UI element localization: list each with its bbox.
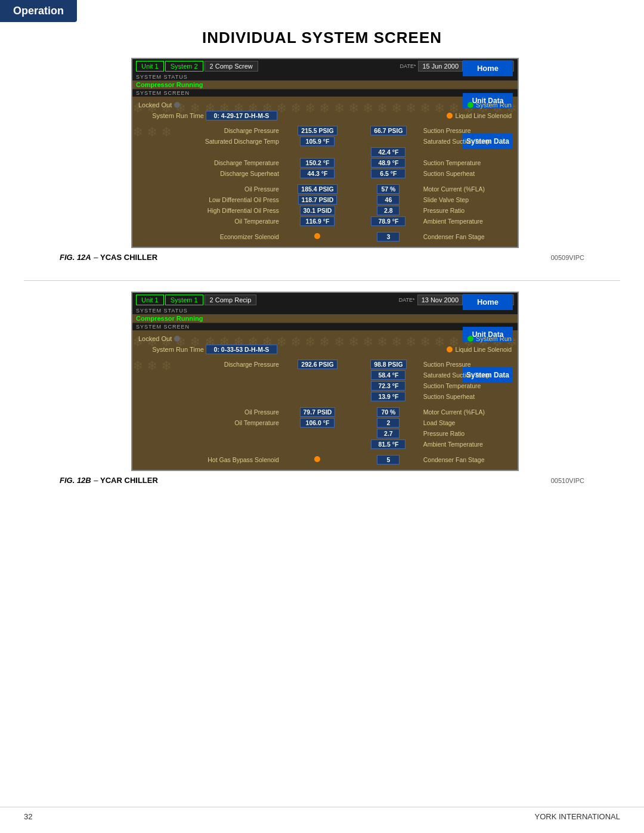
pressure-table-12a: Discharge Pressure 215.5 PSIG 66.7 PSIG …	[138, 125, 512, 179]
sat-discharge-label-12a: Saturated Discharge Temp	[138, 136, 280, 147]
system-screen-label-12b: SYSTEM SCREEN	[132, 323, 518, 330]
unit-label-12a[interactable]: Unit 1	[136, 61, 164, 72]
system-run-dot-12a	[467, 102, 473, 108]
screen-12b: Unit 1 System 1 2 Comp Recip DATE* 13 No…	[131, 292, 519, 471]
hot-gas-row-12b: Hot Gas Bypass Solenoid 5 Condenser Fan …	[138, 454, 512, 465]
suction-temp-label-12b: Suction Temperature	[422, 380, 512, 391]
oil-temp-label-12a: Oil Temperature	[138, 216, 280, 227]
fig-label-row-12a: FIG. 12A – YCAS CHILLER 00509VIPC	[60, 252, 584, 262]
oil-table-12b: Oil Pressure 79.7 PSID 70 % Motor Curren…	[138, 407, 512, 450]
system-label-12b[interactable]: System 1	[165, 295, 203, 305]
motor-current-val-12a: 57 %	[377, 184, 400, 194]
sat-suction-label-12b: Saturated Suction Temp	[422, 370, 512, 380]
comp-label-12a: 2 Comp Screw	[205, 61, 258, 72]
motor-current-val-12b: 70 %	[377, 407, 400, 417]
suction-superheat-label-12a: Suction Superheat	[422, 168, 512, 179]
hot-gas-label-12b: Hot Gas Bypass Solenoid	[138, 454, 280, 465]
runtime-value-12a: 0: 4-29-17 D-H-M-S	[206, 111, 277, 120]
home-button-12a[interactable]: Home	[463, 60, 513, 76]
liquid-solenoid-label-12b: Liquid Line Solenoid	[455, 346, 512, 353]
pressure-ratio-label-12a: Pressure Ratio	[422, 205, 512, 216]
discharge-superheat-val-12a: 44.3 °F	[300, 169, 335, 178]
page-number: 32	[24, 812, 32, 821]
slide-valve-label-12a: Slide Valve Step	[422, 194, 512, 205]
system-run-12a: System Run	[467, 101, 512, 109]
pressure-ratio-val-12b: 2.7	[377, 429, 400, 438]
pressure-ratio-val-12a: 2.8	[377, 206, 400, 215]
screen-main-12b: Locked Out System Run System Run Time 0:…	[132, 330, 518, 470]
condenser-fan-val-12b: 5	[377, 455, 400, 465]
economizer-dot-12a	[314, 233, 320, 239]
low-diff-val-12a: 118.7 PSID	[298, 195, 338, 205]
date-label-12a: DATE*	[400, 63, 416, 69]
fig-12b-label: FIG. 12B – YCAR CHILLER	[60, 475, 158, 485]
discharge-pressure-val-12b: 292.6 PSIG	[298, 360, 337, 369]
ambient-temp-label-12b: Ambient Temperature	[422, 439, 512, 450]
page-title: INDIVIDUAL SYSTEM SCREEN	[0, 29, 644, 47]
company-name: YORK INTERNATIONAL	[534, 812, 620, 821]
system-status-label-12b: SYSTEM STATUS	[132, 307, 518, 314]
low-diff-label-12a: Low Differential Oil Press	[138, 194, 280, 205]
screen-topbar-12a: Unit 1 System 2 2 Comp Screw DATE* 15 Ju…	[132, 59, 518, 73]
runtime-row-12a: System Run Time 0: 4-29-17 D-H-M-S Liqui…	[138, 111, 512, 120]
system-label-12a[interactable]: System 2	[165, 61, 203, 72]
system-status-label-12a: SYSTEM STATUS	[132, 73, 518, 80]
oil-table-12a: Oil Pressure 185.4 PSIG 57 % Motor Curre…	[138, 184, 512, 227]
fig-12b-code: 00510VIPC	[551, 477, 584, 484]
sat-suction-label-12a: Saturated Suction Temp	[422, 136, 512, 147]
suction-pressure-label-12a: Suction Pressure	[422, 125, 512, 136]
ambient-temp-val-12b: 81.5 °F	[371, 439, 405, 449]
discharge-temp-label-12a: Discharge Temperature	[138, 157, 280, 168]
ambient-temp-label-12a: Ambient Temperature	[422, 216, 512, 227]
load-stage-label-12b: Load Stage	[422, 417, 512, 428]
suction-temp-val-12a: 48.9 °F	[371, 158, 405, 168]
oil-temp-label-12b: Oil Temperature	[138, 417, 280, 428]
sat-suction-temp-val-12a: 42.4 °F	[371, 147, 405, 157]
condenser-fan-label-12a: Condenser Fan Stage	[422, 231, 512, 242]
motor-current-label-12a: Motor Current (%FLA)	[422, 184, 512, 194]
oil-pressure-label-12b: Oil Pressure	[138, 407, 280, 417]
discharge-temp-val-12a: 150.2 °F	[300, 158, 335, 168]
runtime-label-12b: System Run Time	[138, 346, 204, 353]
system-screen-label-12a: SYSTEM SCREEN	[132, 89, 518, 97]
screen-12a: Unit 1 System 2 2 Comp Screw DATE* 15 Ju…	[131, 58, 519, 248]
ambient-temp-val-12a: 78.9 °F	[371, 216, 405, 226]
fig-12a-code: 00509VIPC	[551, 254, 584, 261]
operation-tab: Operation	[0, 0, 77, 22]
screen-topbar-12b: Unit 1 System 1 2 Comp Recip DATE* 13 No…	[132, 293, 518, 307]
locked-out-dot-12b	[174, 336, 180, 342]
condenser-fan-val-12a: 3	[377, 232, 400, 241]
screen-main-12a: Locked Out System Run System Run Time 0:…	[132, 97, 518, 247]
hot-gas-dot-12b	[314, 456, 320, 462]
runtime-label-12a: System Run Time	[138, 112, 204, 119]
liquid-solenoid-dot-12a	[447, 113, 453, 119]
oil-pressure-label-12a: Oil Pressure	[138, 184, 280, 194]
pressure-ratio-label-12b: Pressure Ratio	[422, 428, 512, 439]
economizer-label-12a: Economizer Solenoid	[138, 231, 280, 242]
slide-valve-val-12a: 46	[377, 195, 400, 205]
suction-pressure-val-12a: 66.7 PSIG	[370, 126, 406, 135]
system-run-12b: System Run	[467, 335, 512, 342]
discharge-pressure-label-12a: Discharge Pressure	[138, 125, 280, 136]
fig-12a-label: FIG. 12A – YCAS CHILLER	[60, 252, 157, 262]
home-button-12b[interactable]: Home	[463, 294, 513, 310]
liquid-solenoid-dot-12b	[447, 346, 453, 352]
date-12b: 13 Nov 2000	[417, 295, 463, 305]
motor-current-label-12b: Motor Current (%FLA)	[422, 407, 512, 417]
suction-temp-label-12a: Suction Temperature	[422, 157, 512, 168]
runtime-value-12b: 0: 0-33-53 D-H-M-S	[206, 345, 277, 354]
sat-discharge-val-12a: 105.9 °F	[300, 137, 335, 146]
locked-out-12b: Locked Out	[138, 335, 180, 342]
sat-suction-val-row-12a	[138, 147, 280, 157]
discharge-superheat-label-12a: Discharge Superheat	[138, 168, 280, 179]
footer: 32 YORK INTERNATIONAL	[0, 807, 644, 821]
date-label-12b: DATE*	[399, 297, 415, 303]
locked-out-12a: Locked Out	[138, 101, 180, 109]
suction-superheat-val-12b: 13.9 °F	[371, 392, 405, 401]
suction-superheat-val-12a: 6.5 °F	[371, 169, 405, 178]
discharge-pressure-label-12b: Discharge Pressure	[138, 359, 280, 370]
runtime-row-12b: System Run Time 0: 0-33-53 D-H-M-S Liqui…	[138, 345, 512, 354]
status-row-12a: Locked Out System Run	[138, 101, 512, 109]
unit-label-12b[interactable]: Unit 1	[136, 295, 164, 305]
oil-pressure-val-12a: 185.4 PSIG	[298, 184, 337, 194]
